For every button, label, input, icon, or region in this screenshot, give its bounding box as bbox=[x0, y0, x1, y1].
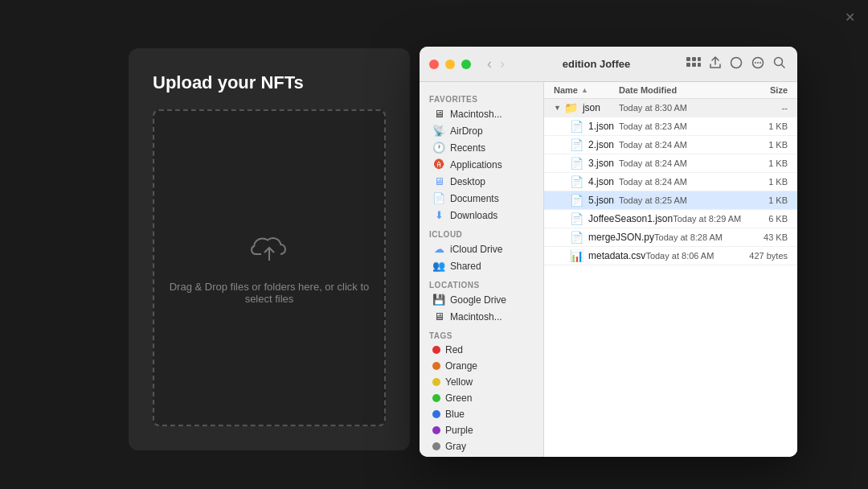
file-size: 1 KB bbox=[731, 121, 788, 131]
file-icon: 📄 bbox=[570, 231, 583, 244]
close-button[interactable]: ✕ bbox=[845, 10, 855, 25]
sidebar-item-icloud-drive[interactable]: ☁ iCloud Drive bbox=[423, 240, 540, 257]
file-row[interactable]: 📄 4.json Today at 8:24 AM 1 KB bbox=[544, 173, 797, 191]
file-row[interactable]: 📊 metadata.csv Today at 8:06 AM 427 byte… bbox=[544, 247, 797, 265]
file-name: mergeJSON.py bbox=[588, 232, 654, 243]
sidebar-item-tag-green[interactable]: Green bbox=[423, 390, 540, 406]
traffic-light-yellow[interactable] bbox=[445, 60, 455, 69]
search-icon[interactable] bbox=[772, 55, 788, 73]
recents-icon: 🕐 bbox=[432, 142, 445, 154]
svg-point-7 bbox=[731, 58, 742, 68]
tag-yellow-dot bbox=[432, 378, 440, 386]
tag-orange-dot bbox=[432, 362, 440, 370]
svg-point-10 bbox=[757, 62, 759, 64]
macintosh-icon: 🖥 bbox=[432, 108, 445, 120]
sidebar-item-tag-blue[interactable]: Blue bbox=[423, 406, 540, 422]
icloud-drive-icon: ☁ bbox=[432, 243, 445, 255]
tag-red-dot bbox=[432, 346, 440, 354]
sidebar-item-tag-gray[interactable]: Gray bbox=[423, 438, 540, 454]
icloud-label: iCloud bbox=[420, 224, 543, 240]
sidebar-item-label: Blue bbox=[445, 409, 465, 420]
file-name: JoffeeSeason1.json bbox=[588, 213, 673, 224]
file-row[interactable]: 📄 5.json Today at 8:25 AM 1 KB bbox=[544, 191, 797, 210]
file-row[interactable]: 📄 2.json Today at 8:24 AM 1 KB bbox=[544, 136, 797, 154]
desktop-icon: 🖥 bbox=[432, 175, 445, 187]
google-drive-icon: 💾 bbox=[432, 294, 445, 306]
file-icon: 📄 bbox=[570, 157, 583, 170]
sidebar-item-label: Orange bbox=[445, 360, 477, 372]
sidebar-item-label: Downloads bbox=[450, 210, 497, 221]
file-date: Today at 8:23 AM bbox=[619, 121, 731, 131]
sidebar-item-label: Recents bbox=[450, 142, 485, 154]
file-name: 3.json bbox=[588, 158, 619, 169]
sidebar-item-recents[interactable]: 🕐 Recents bbox=[423, 139, 540, 156]
file-icon: 📊 bbox=[570, 249, 583, 262]
finder-toolbar bbox=[685, 55, 788, 73]
file-name: 5.json bbox=[588, 195, 619, 206]
sidebar-item-label: Macintosh... bbox=[450, 109, 502, 120]
sidebar-item-airdrop[interactable]: 📡 AirDrop bbox=[423, 122, 540, 139]
sidebar-item-label: Applications bbox=[450, 159, 502, 171]
sidebar-item-shared[interactable]: 👥 Shared bbox=[423, 257, 540, 274]
tag-icon[interactable] bbox=[728, 55, 744, 73]
folder-icon: 📁 bbox=[564, 101, 578, 114]
file-icon: 📄 bbox=[570, 175, 583, 188]
file-name: 4.json bbox=[588, 176, 619, 187]
sidebar-item-label: Red bbox=[445, 344, 463, 355]
file-name: metadata.csv bbox=[588, 250, 645, 261]
airdrop-icon: 📡 bbox=[432, 125, 445, 137]
sidebar-item-google-drive[interactable]: 💾 Google Drive bbox=[423, 291, 540, 308]
sidebar-item-documents[interactable]: 📄 Documents bbox=[423, 190, 540, 207]
svg-point-9 bbox=[755, 62, 756, 64]
drop-zone[interactable]: Drag & Drop files or folders here, or cl… bbox=[153, 109, 386, 426]
action-icon[interactable] bbox=[749, 55, 767, 73]
file-size: 6 KB bbox=[749, 214, 788, 224]
file-list-header: Name ▲ Date Modified Size bbox=[544, 82, 797, 99]
sort-arrow: ▲ bbox=[581, 86, 588, 94]
favorites-label: Favorites bbox=[420, 88, 543, 105]
sidebar-item-label: Shared bbox=[450, 261, 481, 272]
sidebar-item-tag-orange[interactable]: Orange bbox=[423, 358, 540, 374]
traffic-light-red[interactable] bbox=[429, 60, 439, 69]
file-date: Today at 8:24 AM bbox=[619, 177, 731, 187]
svg-rect-6 bbox=[698, 63, 701, 67]
svg-rect-1 bbox=[686, 57, 690, 61]
share-icon[interactable] bbox=[707, 55, 723, 73]
file-icon: 📄 bbox=[570, 212, 583, 225]
sidebar-item-tag-purple[interactable]: Purple bbox=[423, 422, 540, 438]
sidebar-item-desktop[interactable]: 🖥 Desktop bbox=[423, 173, 540, 190]
sidebar-item-macintosh-hd[interactable]: 🖥 Macintosh... bbox=[423, 308, 540, 325]
forward-button[interactable]: › bbox=[497, 54, 508, 74]
drop-zone-text: Drag & Drop files or folders here, or cl… bbox=[154, 281, 384, 305]
file-date: Today at 8:24 AM bbox=[619, 140, 731, 150]
sidebar-item-applications[interactable]: 🅐 Applications bbox=[423, 156, 540, 173]
sidebar-item-tag-yellow[interactable]: Yellow bbox=[423, 374, 540, 390]
folder-size: -- bbox=[731, 103, 788, 113]
back-button[interactable]: ‹ bbox=[484, 54, 495, 74]
svg-point-11 bbox=[760, 62, 761, 64]
tag-purple-dot bbox=[432, 426, 440, 434]
file-size: 1 KB bbox=[731, 195, 788, 205]
traffic-light-green[interactable] bbox=[461, 60, 471, 69]
file-row[interactable]: 📄 mergeJSON.py Today at 8:28 AM 43 KB bbox=[544, 228, 797, 247]
tags-label: Tags bbox=[420, 325, 543, 342]
file-size: 427 bytes bbox=[740, 251, 788, 261]
expand-arrow: ▼ bbox=[554, 104, 561, 112]
file-row[interactable]: 📄 JoffeeSeason1.json Today at 8:29 AM 6 … bbox=[544, 210, 797, 228]
sidebar-item-tag-red[interactable]: Red bbox=[423, 342, 540, 358]
svg-rect-2 bbox=[692, 57, 696, 61]
file-row[interactable]: 📄 1.json Today at 8:23 AM 1 KB bbox=[544, 117, 797, 136]
sidebar-item-label: Yellow bbox=[445, 376, 473, 388]
svg-rect-5 bbox=[692, 63, 696, 67]
sidebar-item-all-tags[interactable]: 🏷 All Tags... bbox=[423, 454, 540, 457]
file-row[interactable]: 📄 3.json Today at 8:24 AM 1 KB bbox=[544, 154, 797, 173]
file-icon: 📄 bbox=[570, 120, 583, 133]
sidebar-item-label: AirDrop bbox=[450, 125, 483, 137]
view-options-icon[interactable] bbox=[685, 55, 702, 72]
tag-green-dot bbox=[432, 394, 440, 402]
folder-row-json[interactable]: ▼ 📁 json Today at 8:30 AM -- bbox=[544, 99, 797, 117]
file-icon: 📄 bbox=[570, 194, 583, 207]
sidebar-item-downloads[interactable]: ⬇ Downloads bbox=[423, 207, 540, 224]
svg-line-13 bbox=[782, 65, 785, 68]
sidebar-item-macintosh[interactable]: 🖥 Macintosh... bbox=[423, 105, 540, 122]
